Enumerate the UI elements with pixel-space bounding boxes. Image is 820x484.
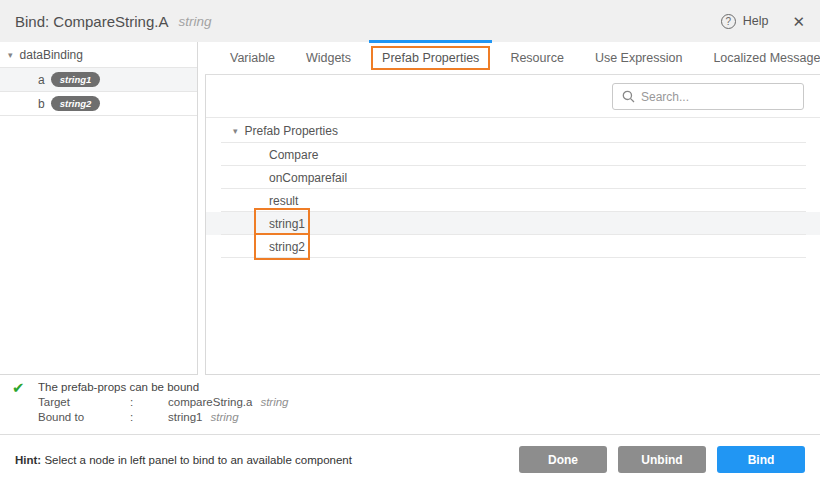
tree-node-compare[interactable]: Compare (206, 143, 820, 166)
status-colon: : (130, 410, 168, 425)
search-input[interactable] (641, 90, 794, 104)
tree-node-label: string2 (269, 240, 305, 254)
tree-node-label: Compare (269, 148, 318, 162)
tree-node-result[interactable]: result (206, 189, 820, 212)
close-icon[interactable]: ✕ (792, 14, 805, 29)
tree-node-label: b (38, 97, 45, 111)
tab-prefab-properties[interactable]: Prefab Properties (371, 46, 490, 70)
tab-content: ▾ Prefab Properties Compare onComparefai… (205, 75, 820, 375)
footer-buttons: Done Unbind Bind (519, 446, 805, 473)
status-value-type: string (203, 411, 239, 423)
help-icon[interactable]: ? (721, 14, 736, 29)
data-binding-panel: ▾ dataBinding a string1 b string2 (0, 42, 198, 375)
tree-node-label: onComparefail (269, 171, 347, 185)
tree-node-b[interactable]: b string2 (0, 92, 197, 116)
search-box (612, 83, 804, 110)
bind-source-panel: Variable Widgets Prefab Properties Resou… (205, 42, 820, 375)
dialog-title: Bind: CompareString.A (15, 13, 168, 30)
tree-node-prefab-properties[interactable]: ▾ Prefab Properties (206, 118, 820, 143)
collapse-arrow-icon[interactable]: ▾ (233, 126, 238, 136)
binding-badge: string1 (51, 72, 101, 87)
tree-node-label: result (269, 194, 298, 208)
tree-node-label: Prefab Properties (245, 124, 338, 138)
status-label: Bound to (38, 410, 130, 425)
prefab-properties-tree: ▾ Prefab Properties Compare onComparefai… (206, 118, 820, 258)
binding-status: ✔ The prefab-props can be bound Target :… (0, 375, 820, 434)
bind-button[interactable]: Bind (717, 446, 805, 473)
success-check-icon: ✔ (12, 379, 25, 397)
search-row (206, 75, 820, 118)
tab-use-expression[interactable]: Use Expression (595, 51, 683, 65)
tree-node-string1[interactable]: string1 (206, 212, 820, 235)
hint-text: Hint: Select a node in left panel to bin… (15, 454, 352, 466)
status-value: string1string (168, 410, 820, 425)
status-detail-rows: Target : compareString.astring Bound to … (38, 395, 820, 425)
dialog-title-type: string (178, 14, 211, 29)
dialog-footer: Hint: Select a node in left panel to bin… (0, 434, 820, 484)
status-message: The prefab-props can be bound (38, 380, 820, 395)
tree-node-a[interactable]: a string1 (0, 68, 197, 92)
tree-node-oncomparefail[interactable]: onComparefail (206, 166, 820, 189)
header-actions: ? Help ✕ (721, 14, 805, 29)
tab-variable[interactable]: Variable (230, 51, 275, 65)
help-button[interactable]: Help (743, 14, 769, 28)
tree-node-string2[interactable]: string2 (206, 235, 820, 258)
collapse-arrow-icon[interactable]: ▾ (8, 50, 13, 60)
tab-widgets[interactable]: Widgets (306, 51, 351, 65)
unbind-button[interactable]: Unbind (618, 446, 706, 473)
bind-dialog: Bind: CompareString.A string ? Help ✕ ▾ … (0, 0, 820, 484)
dialog-header: Bind: CompareString.A string ? Help ✕ (0, 0, 820, 42)
tree-node-label: string1 (269, 217, 305, 231)
status-label: Target (38, 395, 130, 410)
tree-node-databinding[interactable]: ▾ dataBinding (0, 42, 197, 68)
status-text: The prefab-props can be bound Target : c… (38, 380, 820, 425)
done-button[interactable]: Done (519, 446, 607, 473)
search-icon (622, 90, 635, 103)
tab-bar: Variable Widgets Prefab Properties Resou… (205, 42, 820, 75)
tree-node-label: a (38, 73, 45, 87)
status-value-type: string (252, 396, 288, 408)
status-value: compareString.astring (168, 395, 820, 410)
tree-node-label: dataBinding (20, 48, 83, 62)
tab-resource[interactable]: Resource (510, 51, 564, 65)
tab-localized-messages[interactable]: Localized Messages (713, 51, 820, 65)
status-colon: : (130, 395, 168, 410)
binding-badge: string2 (51, 96, 101, 111)
